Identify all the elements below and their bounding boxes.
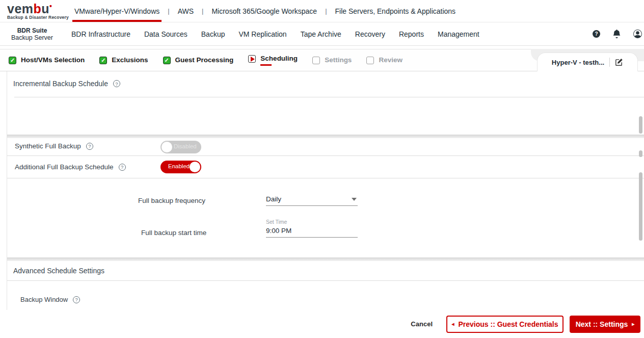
edit-job-name-icon[interactable] <box>615 58 623 66</box>
cancel-button[interactable]: Cancel <box>411 320 433 328</box>
tab-microsoft365-google[interactable]: Microsoft 365/Google Workspace <box>209 0 319 22</box>
logo-text: vembu• <box>7 3 72 15</box>
help-icon[interactable]: ? <box>119 164 126 171</box>
tab-separator: | <box>196 7 209 15</box>
section-separator-strip <box>7 257 644 261</box>
tab-aws[interactable]: AWS <box>176 0 196 22</box>
full-backup-start-time-label: Full backup start time <box>141 229 206 237</box>
additional-full-backup-toggle[interactable]: Enabled <box>160 161 201 173</box>
nav-bdr-infrastructure[interactable]: BDR Infrastructure <box>71 30 130 38</box>
help-icon[interactable]: ? <box>86 143 93 150</box>
step-scheduling[interactable]: Scheduling <box>248 55 298 66</box>
synthetic-full-backup-label: Synthetic Full Backup ? <box>15 142 93 150</box>
next-button[interactable]: Next :: Settings ▸ <box>570 316 640 333</box>
section-divider <box>14 97 644 97</box>
tab-vmware-hyperv-windows[interactable]: VMware/Hyper-V/Windows <box>72 0 162 22</box>
product-header: vembu• Backup & Disaster Recovery VMware… <box>0 0 644 22</box>
help-icon[interactable]: ? <box>593 30 600 38</box>
additional-full-backup-label: Additional Full Backup Schedule ? <box>15 163 126 171</box>
wizard-step-bar: ✓ Host/VMs Selection ✓ Exclusions ✓ Gues… <box>0 49 644 71</box>
nav-backup[interactable]: Backup <box>201 30 225 38</box>
logo-tagline: Backup & Disaster Recovery <box>7 15 72 20</box>
notifications-bell-icon[interactable] <box>612 30 621 38</box>
suite-identity: BDR Suite Backup Server <box>0 27 64 41</box>
user-account-icon[interactable] <box>633 30 642 38</box>
empty-checkbox-icon <box>312 57 320 64</box>
job-tab-divider <box>609 58 610 67</box>
full-backup-frequency-label: Full backup frequency <box>138 197 205 204</box>
wizard-footer: Cancel ◂ Previous :: Guest Credentials N… <box>0 310 644 338</box>
chevron-down-icon <box>352 198 357 201</box>
backup-window-label: Backup Window ? <box>20 296 80 303</box>
synthetic-full-backup-row: Synthetic Full Backup ? Disabled <box>7 138 644 156</box>
section-separator-strip <box>7 135 644 138</box>
server-name: Backup Server <box>0 34 64 41</box>
additional-full-backup-row: Additional Full Backup Schedule ? Enable… <box>7 156 644 178</box>
right-arrow-icon: ▸ <box>632 322 634 327</box>
job-name: Hyper-V - testh... <box>552 59 604 66</box>
check-icon: ✓ <box>163 57 171 64</box>
help-icon[interactable]: ? <box>73 296 80 303</box>
step-exclusions[interactable]: ✓ Exclusions <box>99 56 148 64</box>
tab-file-servers-endpoints[interactable]: File Servers, Endpoints & Applications <box>333 0 458 22</box>
step-guest-processing[interactable]: ✓ Guest Processing <box>163 56 234 64</box>
header-icons: ? <box>593 30 644 38</box>
tab-separator: | <box>162 7 175 15</box>
set-time-field-label: Set Time <box>266 219 287 225</box>
nav-data-sources[interactable]: Data Sources <box>144 30 187 38</box>
left-arrow-icon: ◂ <box>451 322 454 327</box>
full-backup-frequency-select[interactable]: Daily <box>266 195 358 206</box>
check-icon: ✓ <box>99 57 107 64</box>
suite-name: BDR Suite <box>0 27 64 34</box>
nav-recovery[interactable]: Recovery <box>355 30 385 38</box>
step-review[interactable]: Review <box>366 56 403 64</box>
help-icon[interactable]: ? <box>113 80 120 87</box>
toggle-knob <box>162 142 172 152</box>
step-host-vms-selection[interactable]: ✓ Host/VMs Selection <box>9 56 85 64</box>
scrollbar-thumb[interactable] <box>639 116 642 134</box>
empty-checkbox-icon <box>366 57 374 64</box>
advanced-schedule-settings-title: Advanced Schedule Settings <box>13 267 104 275</box>
nav-vm-replication[interactable]: VM Replication <box>238 30 286 38</box>
tab-separator: | <box>319 7 333 15</box>
nav-reports[interactable]: Reports <box>399 30 424 38</box>
previous-button[interactable]: ◂ Previous :: Guest Credentials <box>446 316 564 333</box>
incremental-backup-schedule-title: Incremental Backup Schedule ? <box>13 80 120 88</box>
step-settings[interactable]: Settings <box>312 56 352 64</box>
nav-tape-archive[interactable]: Tape Archive <box>301 30 341 38</box>
full-backup-start-time-input[interactable]: 9:00 PM <box>266 227 358 238</box>
scrollbar-thumb[interactable] <box>639 150 642 157</box>
synthetic-full-backup-toggle[interactable]: Disabled <box>160 141 201 153</box>
job-name-tab: Hyper-V - testh... <box>537 53 638 71</box>
logo-dot-icon: • <box>49 2 52 10</box>
product-tabs: VMware/Hyper-V/Windows | AWS | Microsoft… <box>72 0 458 22</box>
check-icon: ✓ <box>9 57 16 64</box>
vembu-logo[interactable]: vembu• Backup & Disaster Recovery <box>0 0 72 22</box>
app-nav-items: BDR Infrastructure Data Sources Backup V… <box>71 30 479 38</box>
scheduling-panel: Incremental Backup Schedule ? Synthetic … <box>7 71 644 310</box>
section-divider <box>7 280 644 281</box>
play-icon <box>248 55 256 63</box>
nav-management[interactable]: Management <box>438 30 479 38</box>
scrollbar-thumb[interactable] <box>639 172 642 241</box>
toggle-knob <box>190 162 200 172</box>
app-nav-bar: BDR Suite Backup Server BDR Infrastructu… <box>0 22 644 46</box>
